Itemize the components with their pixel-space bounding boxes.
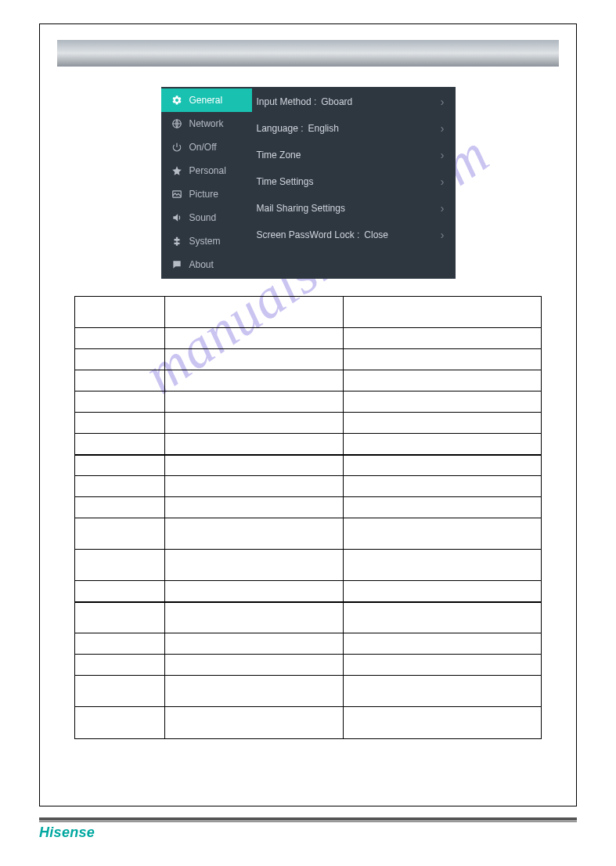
- setting-row-mail-sharing[interactable]: Mail Sharing Settings ›: [252, 195, 456, 222]
- table-row: [75, 676, 541, 707]
- setting-value: Gboard: [321, 96, 352, 107]
- settings-content: Input Method : Gboard › Language : Engli…: [252, 87, 456, 279]
- sidebar-item-about[interactable]: About: [161, 253, 252, 276]
- chevron-right-icon: ›: [441, 202, 445, 215]
- sidebar-item-picture[interactable]: Picture: [161, 182, 252, 206]
- setting-label: Mail Sharing Settings: [257, 203, 345, 214]
- chevron-right-icon: ›: [441, 96, 445, 108]
- sidebar-item-onoff[interactable]: On/Off: [161, 135, 252, 159]
- image-icon: [171, 188, 183, 200]
- sidebar-item-label: Picture: [189, 189, 218, 200]
- setting-label: Time Settings: [257, 176, 314, 187]
- table-row: [75, 518, 541, 550]
- chevron-right-icon: ›: [441, 229, 445, 241]
- table-row: [75, 602, 541, 633]
- setting-label: Input Method :: [257, 96, 317, 107]
- speaker-icon: [171, 211, 183, 224]
- page-frame: General Network On/Off Personal: [39, 23, 577, 806]
- setting-label: Screen PassWord Lock :: [257, 229, 360, 240]
- globe-icon: [171, 117, 183, 130]
- table-row: [75, 349, 541, 370]
- sidebar-item-label: Personal: [189, 165, 226, 176]
- table-row: [75, 370, 541, 392]
- table-row: [75, 392, 541, 413]
- sidebar-item-label: Sound: [189, 212, 217, 223]
- sidebar-item-label: Network: [189, 118, 224, 129]
- table-row: [75, 455, 541, 476]
- setting-row-timezone[interactable]: Time Zone ›: [252, 142, 456, 168]
- table-row: [75, 633, 541, 655]
- setting-row-language[interactable]: Language : English ›: [252, 115, 456, 142]
- star-icon: [171, 164, 183, 177]
- table-row: [75, 413, 541, 434]
- setting-row-screen-lock[interactable]: Screen PassWord Lock : Close ›: [252, 222, 456, 248]
- table-row: [75, 476, 541, 497]
- setting-value: Close: [364, 229, 388, 240]
- table-row: [75, 550, 541, 581]
- table-row: [75, 655, 541, 676]
- table-row: [75, 581, 541, 602]
- puzzle-icon: [171, 235, 183, 247]
- chat-icon: [171, 258, 183, 271]
- settings-sidebar: General Network On/Off Personal: [161, 87, 252, 279]
- brand-logo: Hisense: [39, 825, 95, 841]
- settings-panel: General Network On/Off Personal: [161, 87, 456, 279]
- sidebar-item-sound[interactable]: Sound: [161, 206, 252, 229]
- table-row: [75, 707, 541, 738]
- setting-row-input-method[interactable]: Input Method : Gboard ›: [252, 88, 456, 115]
- header-bar: [57, 40, 559, 67]
- table-row: [75, 497, 541, 518]
- sidebar-item-personal[interactable]: Personal: [161, 159, 252, 182]
- sidebar-item-label: System: [189, 236, 221, 247]
- chevron-right-icon: ›: [441, 175, 445, 188]
- setting-label: Language :: [257, 123, 304, 134]
- spec-table: [74, 296, 542, 739]
- footer-rule: [39, 817, 577, 822]
- sidebar-item-general[interactable]: General: [161, 88, 252, 112]
- table-row: [75, 434, 541, 455]
- sidebar-item-label: On/Off: [189, 142, 217, 153]
- sidebar-item-network[interactable]: Network: [161, 112, 252, 135]
- power-icon: [171, 141, 183, 153]
- sidebar-item-label: General: [189, 95, 223, 106]
- table-row: [75, 328, 541, 349]
- setting-label: Time Zone: [257, 150, 301, 161]
- sidebar-item-system[interactable]: System: [161, 229, 252, 253]
- sidebar-item-label: About: [189, 259, 214, 270]
- gear-icon: [171, 94, 183, 106]
- table-row: [75, 297, 541, 328]
- chevron-right-icon: ›: [441, 149, 445, 161]
- setting-value: English: [308, 123, 339, 134]
- setting-row-time-settings[interactable]: Time Settings ›: [252, 168, 456, 195]
- chevron-right-icon: ›: [441, 122, 445, 135]
